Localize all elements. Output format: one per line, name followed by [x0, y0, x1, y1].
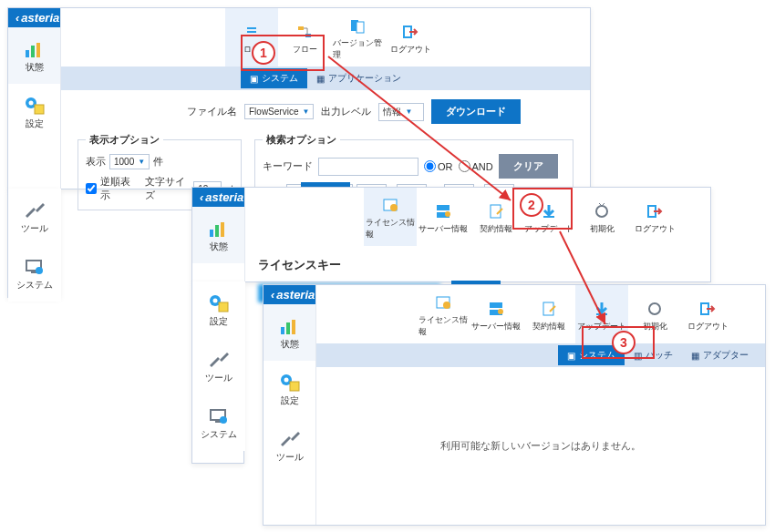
tab-init-p2[interactable]: 初期化 — [575, 188, 628, 246]
sidebar-item-status-p3[interactable]: 状態 — [264, 304, 315, 361]
keyword-input[interactable] — [318, 158, 418, 176]
sidebar-item-settings-p2[interactable]: 設定 — [192, 281, 245, 338]
svg-rect-5 — [35, 105, 44, 114]
svg-rect-33 — [215, 421, 221, 423]
svg-rect-31 — [219, 302, 228, 312]
svg-point-24 — [445, 211, 450, 217]
svg-point-16 — [36, 267, 43, 274]
server-icon — [430, 200, 456, 223]
system-icon: ▣ — [250, 74, 258, 84]
topnav-p1: ログ フロー バージョン管理 ログアウト — [61, 8, 590, 66]
tn-label: バージョン管理 — [333, 37, 382, 61]
svg-rect-40 — [290, 382, 299, 391]
tn-label: ログアウト — [390, 44, 431, 56]
sidebar-item-label: 設定 — [210, 315, 228, 328]
tn-label: 契約情報 — [532, 321, 565, 332]
wrench-icon — [22, 199, 47, 222]
app-icon: ▦ — [316, 74, 325, 84]
tn-label: ログアウト — [687, 321, 728, 332]
clear-button[interactable]: クリア — [499, 154, 558, 179]
tab-logout-p1[interactable]: ログアウト — [384, 8, 437, 66]
tab-server-p2[interactable]: サーバー情報 — [417, 188, 470, 246]
subtab-adapter-p3[interactable]: ▦アダプター — [682, 345, 758, 365]
system-icon: ▣ — [567, 351, 575, 361]
sidebar-item-settings-p3[interactable]: 設定 — [264, 361, 315, 417]
bars-icon — [206, 217, 232, 240]
svg-rect-17 — [210, 230, 213, 237]
level-select[interactable]: 情報 — [378, 103, 424, 121]
contract-icon — [483, 200, 509, 223]
sidebar-item-system-p1[interactable]: システム — [8, 245, 61, 302]
radio-or[interactable] — [424, 160, 436, 172]
tab-version[interactable]: バージョン管理 — [331, 8, 384, 66]
wrench-icon — [277, 427, 303, 451]
license-key-title: ライセンスキー — [258, 257, 698, 273]
sidebar-item-system-p2[interactable]: システム — [192, 394, 245, 451]
svg-point-48 — [649, 303, 660, 314]
rows-label: 表示 — [86, 155, 106, 169]
sidebar-item-status[interactable]: 状態 — [8, 27, 60, 84]
svg-rect-36 — [286, 322, 290, 334]
tab-contract-p3[interactable]: 契約情報 — [522, 285, 575, 343]
server-icon — [483, 297, 509, 321]
subtab-bar-p1: ▣システム ▦アプリケーション — [61, 66, 590, 90]
sidebar-item-label: 設定 — [26, 118, 44, 130]
annotation-badge-1: 1 — [252, 41, 275, 65]
tab-license-p2[interactable]: ライセンス情報 — [364, 188, 417, 246]
gear-doc-icon — [206, 292, 232, 315]
sidebar-item-tool-p2[interactable]: ツール — [192, 338, 245, 394]
tab-server-p3[interactable]: サーバー情報 — [470, 285, 522, 343]
keyword-label: キーワード — [263, 159, 313, 173]
tab-logout-p2[interactable]: ログアウト — [628, 188, 681, 246]
wrench-icon — [206, 348, 232, 372]
sidebar-item-status-p2[interactable]: 状態 — [192, 207, 244, 263]
init-icon — [642, 297, 667, 321]
bars-icon — [277, 314, 303, 338]
adapter-icon: ▦ — [691, 351, 699, 361]
svg-rect-15 — [31, 271, 36, 273]
brand-logo-2: asteria — [192, 188, 244, 207]
svg-rect-7 — [247, 27, 256, 29]
svg-point-45 — [498, 309, 503, 314]
tab-logout-p3[interactable]: ログアウト — [681, 285, 734, 343]
rows-select[interactable]: 1000 — [109, 154, 150, 169]
svg-point-21 — [390, 204, 398, 211]
file-select[interactable]: FlowService — [244, 104, 314, 119]
file-label: ファイル名 — [187, 105, 237, 118]
svg-point-42 — [443, 302, 450, 309]
tn-label: ライセンス情報 — [418, 314, 468, 338]
display-options-legend: 表示オプション — [86, 133, 163, 147]
update-icon — [589, 297, 615, 321]
brand-logo: asteria — [8, 8, 60, 27]
sidebar-item-label: 状態 — [281, 338, 299, 351]
annotation-badge-3: 3 — [612, 331, 636, 354]
sidebar-item-label: ツール — [21, 222, 48, 235]
topnav-p3: ライセンス情報 サーバー情報 契約情報 アップデート 初期化 ログアウト — [316, 285, 765, 343]
sidebar-item-label: 状態 — [210, 240, 228, 253]
level-label: 出力レベル — [321, 105, 371, 118]
svg-rect-37 — [292, 320, 295, 334]
svg-rect-2 — [36, 43, 40, 57]
svg-rect-1 — [31, 46, 35, 57]
svg-point-27 — [596, 206, 607, 217]
sidebar-item-tool-p3[interactable]: ツール — [264, 417, 315, 474]
and-label: AND — [472, 161, 493, 172]
topnav-p2: ライセンス情報 サーバー情報 契約情報 アップデート 初期化 ログアウト — [245, 188, 710, 246]
subtab-application[interactable]: ▦アプリケーション — [307, 68, 410, 88]
tn-label: 契約情報 — [480, 223, 512, 235]
sidebar-item-tool-p1[interactable]: ツール — [8, 189, 61, 245]
sidebar-item-label: システム — [201, 428, 237, 441]
tab-license-p3[interactable]: ライセンス情報 — [417, 285, 470, 343]
radio-and[interactable] — [459, 160, 470, 172]
sidebar-item-settings[interactable]: 設定 — [8, 84, 60, 140]
svg-rect-18 — [215, 225, 219, 237]
or-label: OR — [438, 161, 453, 172]
svg-rect-8 — [247, 31, 256, 33]
svg-rect-0 — [26, 50, 29, 57]
subtab-system[interactable]: ▣システム — [241, 68, 307, 88]
tn-label: サーバー情報 — [471, 321, 521, 332]
download-button[interactable]: ダウンロード — [431, 99, 521, 124]
bars-icon — [22, 37, 47, 61]
sidebar-item-label: ツール — [205, 372, 232, 384]
tn-label: 初期化 — [590, 223, 615, 235]
